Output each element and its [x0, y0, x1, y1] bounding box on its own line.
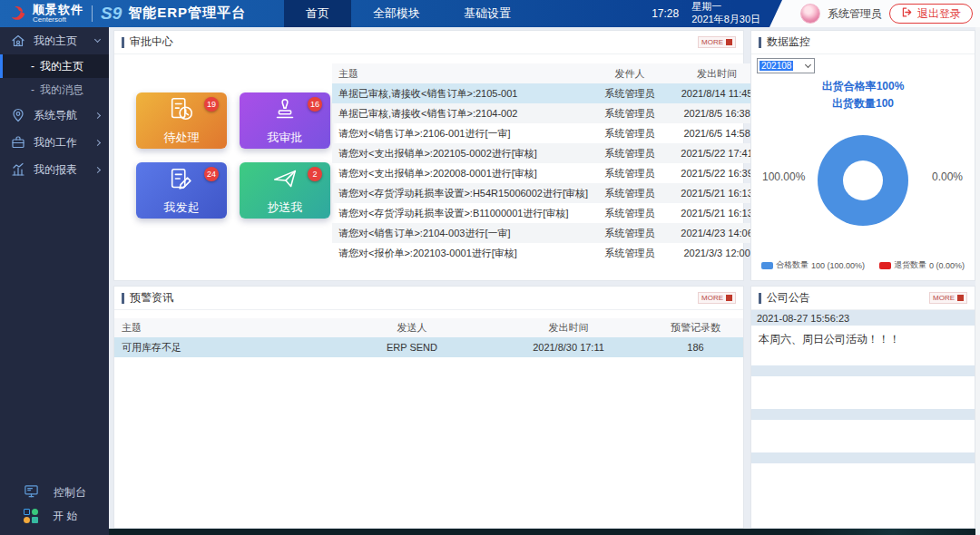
notice-timestamp-empty	[751, 365, 975, 376]
logout-button[interactable]: 退出登录	[889, 4, 973, 24]
more-icon	[726, 39, 732, 45]
approval-center-panel: 审批中心 MORE 19	[113, 30, 744, 281]
chevron-right-icon	[94, 139, 101, 145]
cell-subject: 请您对<存货浮动耗损率设置>:H54R15006002进行[审核]	[332, 187, 588, 200]
paper-plane-icon	[271, 166, 299, 197]
approval-panel-title: 审批中心	[122, 34, 173, 50]
table-row[interactable]: 请您对<存货浮动耗损率设置>:H54R15006002进行[审核] 系统管理员 …	[332, 183, 762, 203]
notice-time-text: 2021-08-27 15:56:23	[757, 313, 849, 324]
sidebar-bottom: 控制台 开 始	[0, 481, 109, 528]
notice-content[interactable]: 本周六、周日公司活动！！！	[751, 326, 975, 360]
brand-name-en: Centersoft	[33, 16, 83, 24]
shipment-qty-text: 出货数量100	[751, 95, 975, 112]
pending-badge: 19	[204, 97, 219, 112]
sidebar-item-my-reports[interactable]: 我的报表	[0, 156, 109, 183]
table-row[interactable]: 请您对<报价单>:202103-0001进行[审核] 系统管理员 2021/3/…	[332, 243, 762, 263]
cell-count: 186	[648, 342, 743, 353]
tile-my-approvals[interactable]: 16 我审批	[240, 92, 330, 149]
monitor-icon	[24, 483, 39, 501]
col-sender: 发件人	[588, 67, 671, 81]
table-row[interactable]: 请您对<销售订单>:2104-003进行[一审] 系统管理员 2021/4/23…	[332, 223, 762, 243]
brand-text: 顺景软件 Centersoft	[33, 4, 83, 24]
alert-row[interactable]: 可用库存不足 ERP SEND 2021/8/30 17:11 186	[114, 337, 743, 357]
cell-time: 2021/5/22 16:39	[671, 168, 762, 179]
product-title: 智能ERP管理平台	[128, 5, 246, 22]
tile-pending[interactable]: 19 待处理	[136, 92, 227, 149]
notices-more-button[interactable]: MORE	[929, 292, 967, 304]
sidebar-item-system-nav[interactable]: 系统导航	[0, 102, 109, 129]
legend-label: 退货数量	[894, 259, 926, 271]
start-button[interactable]: 开 始	[0, 504, 109, 528]
sidebar-item-label: 系统导航	[34, 108, 77, 123]
monitor-panel-header: 数据监控	[751, 31, 975, 54]
sidebar-subitem-label: 我的消息	[40, 83, 83, 98]
chart-icon	[11, 162, 25, 177]
more-label: MORE	[701, 294, 723, 302]
approval-table-header: 主题 发件人 发出时间	[332, 63, 762, 83]
more-label: MORE	[701, 38, 723, 46]
chevron-down-icon	[805, 61, 811, 67]
cell-time: 2021/3/3 12:00	[671, 248, 762, 258]
col-sender: 发送人	[335, 321, 489, 335]
cell-sender: 系统管理员	[588, 107, 671, 121]
stamp-icon	[271, 96, 299, 127]
topbar-user: 系统管理员 退出登录	[800, 0, 973, 27]
app-root: 顺景软件 Centersoft S9 智能ERP管理平台 首页 全部模块 基础设…	[0, 0, 980, 535]
tile-label: 抄送我	[268, 199, 303, 216]
page-scrollbar[interactable]	[975, 27, 980, 535]
col-subject: 主题	[114, 321, 335, 335]
console-button[interactable]: 控制台	[0, 481, 109, 504]
cell-subject: 可用库存不足	[114, 341, 335, 355]
alerts-table: 主题 发送人 发出时间 预警记录数 可用库存不足 ERP SEND 2021/8…	[114, 318, 743, 357]
nav-all-modules[interactable]: 全部模块	[351, 0, 442, 27]
alerts-more-button[interactable]: MORE	[698, 292, 736, 304]
nav-basic-settings[interactable]: 基础设置	[442, 0, 533, 27]
notices-panel-header: 公司公告 MORE	[751, 287, 975, 310]
tile-cc-me[interactable]: 2 抄送我	[240, 162, 330, 219]
cell-sender: 系统管理员	[588, 127, 671, 141]
briefcase-icon	[11, 135, 25, 150]
chevron-right-icon	[94, 112, 101, 118]
notice-timestamp: 2021-08-27 15:56:23	[751, 310, 975, 326]
table-row[interactable]: 单据已审核,请接收<销售订单>:2105-001 系统管理员 2021/8/14…	[332, 83, 762, 103]
table-row[interactable]: 请您对<销售订单>:2106-001进行[一审] 系统管理员 2021/6/5 …	[332, 123, 762, 143]
table-row[interactable]: 单据已审核,请接收<销售订单>:2104-002 系统管理员 2021/8/5 …	[332, 103, 762, 123]
date: 2021年8月30日	[691, 14, 760, 26]
tile-my-initiated[interactable]: 24 我发起	[136, 162, 227, 219]
sidebar-item-my-home[interactable]: 我的主页	[0, 27, 109, 54]
pass-rate-text: 出货合格率100%	[751, 78, 975, 95]
cell-subject: 请您对<支出报销单>:202105-0002进行[审核]	[332, 147, 588, 160]
pending-doc-clock-icon	[168, 96, 195, 127]
more-label: MORE	[933, 294, 955, 302]
brand-name-cn: 顺景软件	[33, 4, 83, 16]
monitor-panel-title: 数据监控	[759, 34, 810, 50]
start-label: 开 始	[53, 509, 77, 524]
table-row[interactable]: 请您对<支出报销单>:202105-0002进行[审核] 系统管理员 2021/…	[332, 143, 762, 163]
sidebar-subitem-my-messages[interactable]: 我的消息	[0, 78, 109, 102]
weekday: 星期一	[691, 1, 760, 14]
nav-home[interactable]: 首页	[284, 0, 351, 27]
table-row[interactable]: 请您对<支出报销单>:202008-0001进行[审核] 系统管理员 2021/…	[332, 163, 762, 183]
sidebar-subitem-my-home[interactable]: 我的主页	[0, 54, 109, 78]
approval-panel-header: 审批中心 MORE	[114, 31, 743, 54]
user-avatar[interactable]	[800, 4, 820, 24]
notice-content-empty	[751, 376, 975, 404]
legend-label: 合格数量	[776, 259, 808, 271]
period-select[interactable]: 202108	[757, 58, 815, 73]
cc-me-badge: 2	[308, 167, 322, 181]
topbar: 顺景软件 Centersoft S9 智能ERP管理平台 首页 全部模块 基础设…	[0, 0, 980, 27]
sidebar-subitem-label: 我的主页	[40, 59, 83, 74]
approval-more-button[interactable]: MORE	[698, 36, 736, 48]
alerts-panel-header: 预警资讯 MORE	[114, 287, 743, 310]
chevron-down-icon	[94, 36, 101, 43]
cell-subject: 单据已审核,请接收<销售订单>:2104-002	[332, 107, 588, 121]
username: 系统管理员	[828, 6, 882, 22]
col-count: 预警记录数	[648, 321, 743, 335]
sidebar-item-label: 我的报表	[34, 162, 77, 178]
cell-subject: 请您对<支出报销单>:202008-0001进行[审核]	[332, 167, 588, 180]
clock: 17:28	[652, 7, 679, 20]
start-grid-icon	[24, 509, 38, 523]
sidebar-item-my-work[interactable]: 我的工作	[0, 129, 109, 156]
cell-time: 2021/6/5 14:58	[671, 128, 762, 139]
table-row[interactable]: 请您对<存货浮动耗损率设置>:B11000001进行[审核] 系统管理员 202…	[332, 203, 762, 223]
